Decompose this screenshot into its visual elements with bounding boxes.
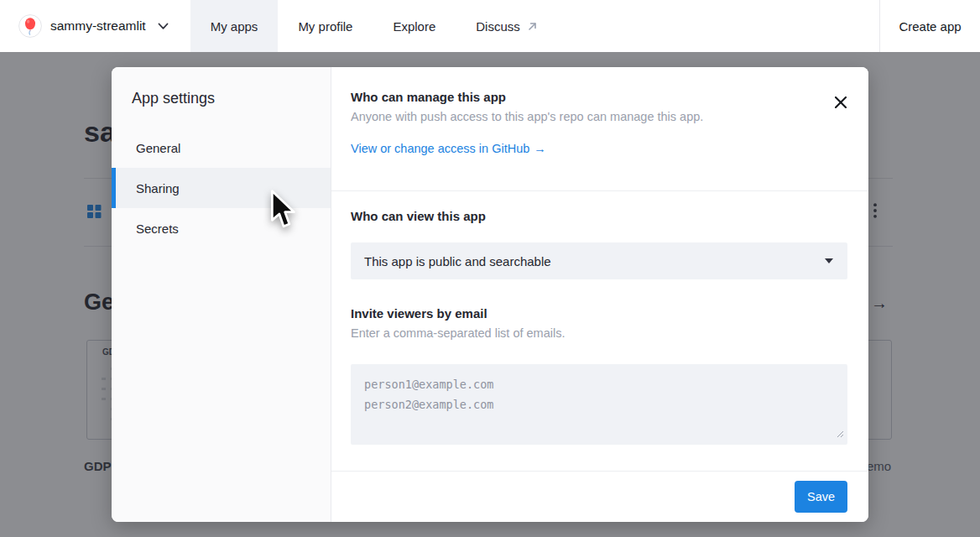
caret-down-icon: [825, 258, 833, 263]
dialog-content: Who can manage this app Anyone with push…: [331, 67, 868, 522]
workspace-switcher[interactable]: sammy-streamlit: [0, 0, 190, 52]
sidebar-item-general[interactable]: General: [112, 128, 331, 168]
sidebar-item-secrets[interactable]: Secrets: [112, 208, 331, 248]
tab-explore[interactable]: Explore: [373, 0, 456, 52]
resize-grip-icon[interactable]: [837, 426, 844, 441]
top-navbar: sammy-streamlit My apps My profile Explo…: [0, 0, 980, 52]
invite-emails-field-wrap: [351, 364, 847, 445]
screen: sammy-streamlit My apps My profile Explo…: [0, 0, 980, 537]
invite-emails-textarea[interactable]: [351, 364, 847, 445]
dialog-sidebar-items: General Sharing Secrets: [112, 128, 331, 248]
view-section: Who can view this app This app is public…: [331, 191, 868, 471]
tab-my-apps[interactable]: My apps: [190, 0, 279, 52]
save-button[interactable]: Save: [795, 481, 847, 513]
app-settings-dialog: App settings General Sharing Secrets Who…: [112, 67, 868, 522]
invite-description: Enter a comma-separated list of emails.: [351, 326, 847, 340]
workspace-name: sammy-streamlit: [50, 18, 146, 34]
tab-discuss[interactable]: Discuss: [456, 0, 558, 52]
close-button[interactable]: [833, 95, 848, 110]
streamlit-balloon-icon: [18, 14, 42, 38]
manage-section: Who can manage this app Anyone with push…: [331, 67, 868, 191]
dialog-footer: Save: [331, 471, 868, 522]
nav-tabs: My apps My profile Explore Discuss: [190, 0, 558, 52]
arrow-right-icon: →: [534, 142, 546, 155]
visibility-dropdown[interactable]: This app is public and searchable: [351, 242, 847, 279]
manage-description: Anyone with push access to this app's re…: [351, 110, 818, 123]
external-link-icon: [527, 21, 538, 32]
manage-heading: Who can manage this app: [351, 90, 818, 104]
dialog-sidebar: App settings General Sharing Secrets: [112, 67, 331, 522]
tab-my-profile[interactable]: My profile: [278, 0, 373, 52]
dialog-title: App settings: [132, 90, 331, 107]
close-icon: [835, 96, 847, 108]
navbar-spacer: [558, 0, 879, 52]
chevron-down-icon: [158, 23, 169, 30]
view-heading: Who can view this app: [351, 209, 847, 223]
github-access-link[interactable]: View or change access in GitHub→: [351, 142, 546, 155]
sidebar-item-sharing[interactable]: Sharing: [112, 168, 331, 208]
invite-heading: Invite viewers by email: [351, 306, 847, 321]
create-app-button[interactable]: Create app: [879, 0, 980, 52]
visibility-dropdown-value: This app is public and searchable: [364, 254, 551, 268]
